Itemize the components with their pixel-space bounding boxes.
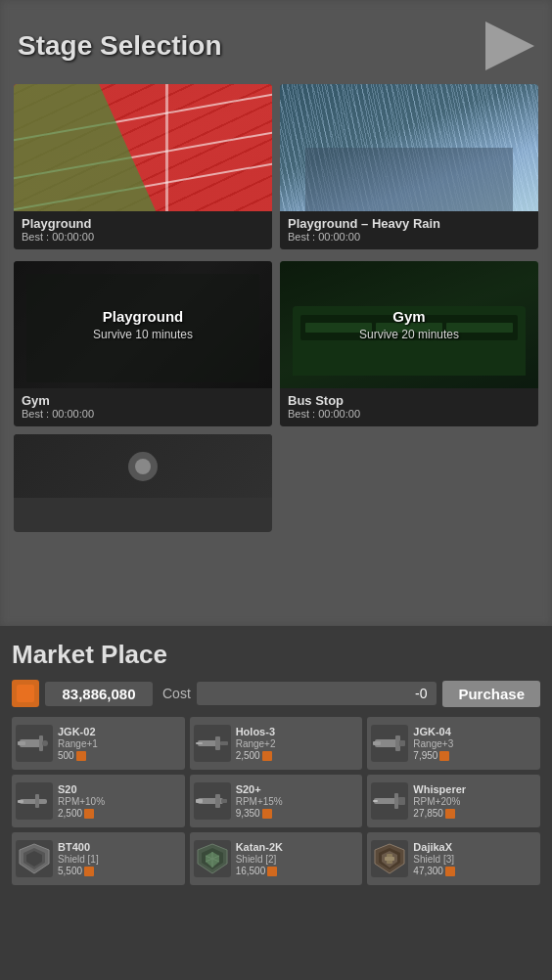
item-card-s20[interactable]: S20 RPM+10% 2,500 (12, 775, 185, 827)
coin-inner (17, 685, 34, 702)
item-details-s20: S20 RPM+10% 2,500 (58, 783, 105, 819)
stage-grid-empty (280, 434, 538, 532)
stage-name-playground: Playground (22, 216, 264, 231)
stage-grid-row1: Playground Best : 00:00:00 Playground – … (0, 80, 552, 257)
busstop-overlay-title: Gym (392, 308, 425, 325)
item-price-jgk02: 500 (58, 750, 98, 761)
svg-point-3 (42, 740, 48, 746)
gym-overlay-sub: Survive 10 minutes (93, 328, 193, 341)
item-card-dajikax[interactable]: DajikaX Shield [3] 47,300 (367, 832, 540, 885)
stage-thumb-gym: Playground Survive 10 minutes (14, 261, 272, 388)
stage-card-rain[interactable]: Playground – Heavy Rain Best : 00:00:00 (280, 84, 538, 249)
stage-grid-row3 (0, 434, 552, 540)
item-card-jgk04[interactable]: JGK-04 Range+3 7,950 (367, 717, 540, 770)
item-price-whisperer: 27,850 (413, 808, 466, 819)
stage-card-gym[interactable]: Playground Survive 10 minutes Gym Best :… (14, 261, 272, 426)
market-bar: 83,886,080 Cost -0 Purchase (12, 680, 540, 707)
item-icon-s20plus (194, 782, 231, 820)
price-coin-s20 (84, 809, 94, 819)
item-icon-whisperer (371, 782, 408, 820)
item-card-jgk02[interactable]: JGK-02 Range+1 500 (12, 717, 185, 770)
stage-card-playground[interactable]: Playground Best : 00:00:00 (14, 84, 272, 249)
item-price-holos3: 2,500 (236, 750, 276, 761)
stage-card-busstop[interactable]: Gym Survive 20 minutes Bus Stop Best : 0… (280, 261, 538, 426)
svg-rect-5 (215, 736, 220, 750)
stage-thumb-rain (280, 84, 538, 211)
item-icon-dajikax (371, 840, 408, 877)
stage-info-playground: Playground Best : 00:00:00 (14, 211, 272, 249)
svg-rect-10 (373, 741, 381, 745)
stage-grid-row2: Playground Survive 10 minutes Gym Best :… (0, 257, 552, 434)
item-details-holos3: Holos-3 Range+2 2,500 (236, 726, 276, 761)
svg-rect-22 (398, 797, 405, 805)
market-title: Market Place (12, 640, 540, 670)
item-price-dajikax: 47,300 (413, 866, 455, 876)
price-coin-dajikax (445, 867, 455, 876)
item-card-holos3[interactable]: Holos-3 Range+2 2,500 (190, 717, 363, 770)
item-details-bt400: BT400 Shield [1] 5,500 (58, 841, 99, 876)
cost-input[interactable]: -0 (197, 682, 437, 705)
coin-icon (12, 680, 39, 707)
item-details-jgk02: JGK-02 Range+1 500 (58, 726, 98, 761)
svg-rect-21 (373, 800, 378, 802)
price-coin-holos3 (262, 751, 272, 761)
item-price-bt400: 5,500 (58, 866, 99, 876)
busstop-overlay: Gym Survive 20 minutes (280, 261, 538, 388)
stage-best-playground: Best : 00:00:00 (22, 231, 264, 243)
svg-rect-12 (20, 799, 47, 804)
item-stat-whisperer: RPM+20% (413, 796, 466, 807)
svg-rect-16 (215, 794, 220, 808)
item-stat-s20plus: RPM+15% (236, 796, 283, 807)
stage-info-rain: Playground – Heavy Rain Best : 00:00:00 (280, 211, 538, 249)
item-name-s20plus: S20+ (236, 783, 283, 795)
svg-rect-17 (196, 799, 203, 803)
item-name-s20: S20 (58, 783, 105, 795)
item-price-s20plus: 9,350 (236, 808, 283, 819)
item-stat-holos3: Range+2 (236, 738, 276, 749)
stage-info-busstop: Bus Stop Best : 00:00:00 (280, 388, 538, 426)
stage-title: Stage Selection (18, 30, 222, 62)
svg-rect-20 (394, 793, 398, 809)
item-stat-dajikax: Shield [3] (413, 854, 455, 865)
stage-info-gym: Gym Best : 00:00:00 (14, 388, 272, 426)
svg-rect-11 (399, 740, 405, 746)
price-coin-jgk04 (439, 751, 449, 761)
item-icon-katan2k (194, 840, 231, 877)
gym-overlay-title: Playground (103, 308, 184, 325)
item-stat-jgk04: Range+3 (413, 738, 453, 749)
item-card-bt400[interactable]: BT400 Shield [1] 5,500 (12, 832, 185, 885)
price-coin-jgk02 (76, 751, 86, 761)
price-coin-katan2k (267, 867, 277, 876)
item-icon-jgk04 (371, 725, 408, 762)
item-details-s20plus: S20+ RPM+15% 9,350 (236, 783, 283, 819)
item-card-whisperer[interactable]: Whisperer RPM+20% 27,850 (367, 775, 540, 827)
price-coin-bt400 (84, 867, 94, 876)
thumb-partial (14, 434, 272, 498)
svg-rect-7 (220, 741, 228, 745)
purchase-button[interactable]: Purchase (442, 681, 540, 707)
stage-thumb-busstop: Gym Survive 20 minutes (280, 261, 538, 388)
item-stat-s20: RPM+10% (58, 796, 105, 807)
stage-name-busstop: Bus Stop (288, 393, 530, 408)
next-arrow-icon[interactable] (485, 22, 534, 70)
item-stat-jgk02: Range+1 (58, 738, 98, 749)
item-icon-s20 (16, 782, 53, 820)
svg-rect-13 (35, 794, 39, 808)
balance-display: 83,886,080 (45, 682, 153, 706)
item-details-jgk04: JGK-04 Range+3 7,950 (413, 726, 453, 761)
item-name-holos3: Holos-3 (236, 726, 276, 737)
item-card-s20plus[interactable]: S20+ RPM+15% 9,350 (190, 775, 363, 827)
item-price-s20: 2,500 (58, 808, 105, 819)
stage-name-gym: Gym (22, 393, 264, 408)
stage-thumb-playground (14, 84, 272, 211)
stage-card-partial[interactable] (14, 434, 272, 532)
price-coin-s20plus (262, 809, 272, 819)
stage-best-busstop: Best : 00:00:00 (288, 408, 530, 420)
stage-header: Stage Selection (0, 0, 552, 80)
stage-name-rain: Playground – Heavy Rain (288, 216, 530, 231)
item-name-dajikax: DajikaX (413, 841, 455, 853)
price-coin-whisperer (445, 809, 455, 819)
svg-rect-6 (196, 742, 203, 744)
stage-best-gym: Best : 00:00:00 (22, 408, 264, 420)
item-card-katan2k[interactable]: Katan-2K Shield [2] 16,500 (190, 832, 363, 885)
